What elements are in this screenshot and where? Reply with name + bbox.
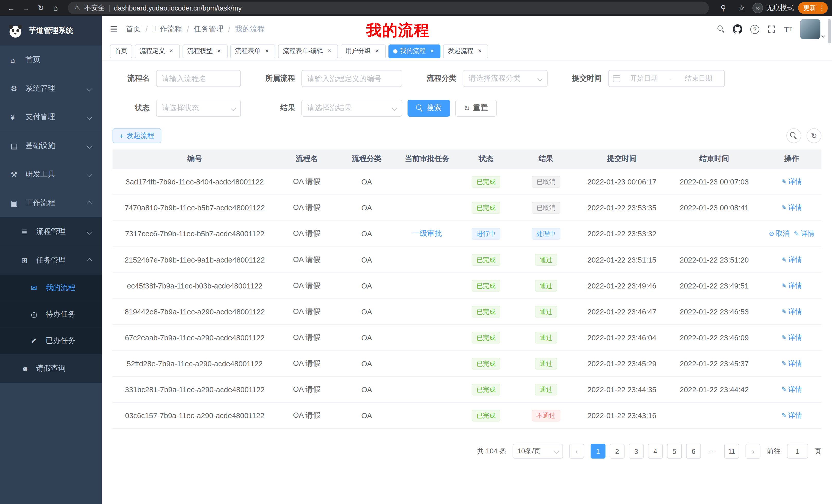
fullscreen-icon[interactable] [768, 25, 776, 33]
detail-action-link[interactable]: ✎详情 [781, 385, 802, 394]
help-icon[interactable]: ? [751, 25, 759, 34]
browser-home-icon[interactable]: ⌂ [49, 2, 63, 15]
hamburger-icon[interactable]: ☰ [102, 24, 126, 35]
process-def-input[interactable] [301, 70, 402, 87]
search-button[interactable]: 搜索 [408, 100, 450, 117]
pager-more-button[interactable]: ··· [705, 444, 720, 458]
page-button-3[interactable]: 3 [629, 444, 644, 458]
detail-action-link[interactable]: ✎详情 [781, 411, 802, 420]
process-name-input[interactable] [156, 70, 241, 87]
process-name-input-field[interactable] [162, 74, 235, 83]
sidebar-item-dev-tools[interactable]: ⚒研发工具 [0, 160, 102, 189]
sidebar-item-system-mgmt[interactable]: ⚙系统管理 [0, 74, 102, 103]
sidebar-item-infrastructure[interactable]: ▤基础设施 [0, 132, 102, 160]
goto-page-input[interactable] [787, 444, 808, 458]
breadcrumb-item-home[interactable]: 首页 [126, 24, 141, 34]
sidebar-item-process-mgmt[interactable]: ≣流程管理 [0, 217, 102, 246]
status-select[interactable]: 请选择状态 [156, 100, 241, 117]
sidebar-item-label: 系统管理 [25, 84, 87, 93]
close-icon[interactable]: × [373, 48, 381, 55]
cancel-action-link[interactable]: ⊘取消 [769, 229, 789, 239]
page-button-11[interactable]: 11 [724, 444, 739, 458]
user-avatar[interactable] [800, 19, 825, 39]
create-process-button[interactable]: + 发起流程 [113, 128, 161, 143]
tab-home[interactable]: 首页 [110, 44, 132, 58]
reload-icon[interactable]: ↻ [34, 2, 48, 15]
key-icon[interactable]: ⚲ [716, 2, 730, 15]
process-name: OA 请假 [293, 385, 320, 394]
kebab-menu-icon[interactable]: ⋮ [818, 4, 826, 12]
page-button-4[interactable]: 4 [648, 444, 663, 458]
star-icon[interactable]: ☆ [734, 2, 748, 15]
page-size-select[interactable]: 10条/页 [513, 444, 563, 458]
page-button-1[interactable]: 1 [591, 444, 605, 458]
detail-action-link[interactable]: ✎详情 [781, 255, 802, 264]
cell-name: OA 请假 [277, 247, 336, 273]
detail-action-link[interactable]: ✎详情 [781, 281, 802, 290]
page-button-2[interactable]: 2 [609, 444, 625, 458]
github-icon[interactable] [733, 24, 743, 34]
tab-process-model[interactable]: 流程模型× [183, 44, 228, 58]
tab-user-group[interactable]: 用户分组× [341, 44, 386, 58]
sidebar-item-workflow[interactable]: ▣工作流程 [0, 189, 102, 217]
submit-time-range-picker[interactable]: 开始日期 - 结束日期 [608, 70, 725, 87]
submit-time: 2022-01-22 23:45:29 [588, 359, 656, 368]
cell-id: 7470a810-7b9b-11ec-b5b7-acde48001122 [113, 195, 277, 220]
cell-submit-time: 2022-01-22 23:53:35 [577, 195, 667, 220]
cell-current-task [397, 195, 458, 220]
process-def-input-field[interactable] [307, 74, 396, 83]
detail-action-link[interactable]: ✎详情 [781, 359, 802, 368]
fontsize-icon[interactable]: TT [784, 25, 792, 34]
scrollbar-thumb[interactable] [828, 19, 831, 44]
sidebar-item-done-task[interactable]: ✔已办任务 [0, 328, 102, 354]
back-icon[interactable]: ← [4, 2, 18, 15]
detail-action-link[interactable]: ✎详情 [794, 229, 814, 239]
app-logo[interactable]: 芋道管理系统 [0, 16, 102, 46]
cell-status: 已完成 [458, 325, 515, 351]
refresh-table-button[interactable]: ↻ [807, 128, 822, 143]
close-icon[interactable]: × [476, 48, 483, 55]
tab-process-form[interactable]: 流程表单× [230, 44, 275, 58]
tab-process-definition[interactable]: 流程定义× [135, 44, 180, 58]
cell-submit-time: 2022-01-22 23:44:35 [577, 377, 667, 402]
update-button[interactable]: 更新 ⋮ [798, 2, 828, 13]
page-button-5[interactable]: 5 [667, 444, 682, 458]
tab-process-form-edit[interactable]: 流程表单-编辑× [278, 44, 338, 58]
prev-page-button[interactable]: ‹ [569, 444, 584, 458]
sidebar-item-my-process[interactable]: ✉我的流程 [0, 275, 102, 301]
security-label[interactable]: 不安全 [84, 3, 105, 12]
category-select[interactable]: 请选择流程分类 [463, 70, 548, 87]
tab-my-process[interactable]: 我的流程× [389, 44, 440, 58]
end-time: 2022-01-22 23:45:37 [680, 359, 749, 368]
sidebar-item-home[interactable]: ⌂首页 [0, 46, 102, 74]
close-icon[interactable]: × [326, 48, 333, 55]
detail-action-link[interactable]: ✎详情 [781, 203, 802, 213]
detail-action-link[interactable]: ✎详情 [781, 333, 802, 342]
close-icon[interactable]: × [263, 48, 271, 55]
toggle-search-button[interactable] [786, 128, 801, 143]
close-icon[interactable]: × [215, 48, 223, 55]
url-text[interactable]: dashboard.yudao.iocoder.cn/bpm/task/my [114, 4, 242, 12]
tab-start-process[interactable]: 发起流程× [443, 44, 488, 58]
breadcrumb-item-task-mgmt[interactable]: 任务管理 [193, 24, 224, 34]
result-select[interactable]: 请选择流结果 [301, 100, 402, 117]
address-bar[interactable]: ⚠ 不安全 dashboard.yudao.iocoder.cn/bpm/tas… [68, 2, 709, 15]
page-button-6[interactable]: 6 [686, 444, 701, 458]
detail-action-link[interactable]: ✎详情 [781, 177, 802, 187]
close-icon[interactable]: × [428, 48, 436, 55]
active-dot-icon [393, 49, 397, 53]
search-icon[interactable] [718, 25, 725, 33]
breadcrumb-item-workflow[interactable]: 工作流程 [153, 24, 182, 34]
sidebar-item-leave-query[interactable]: ☻请假查询 [0, 354, 102, 383]
sidebar-item-label: 首页 [25, 55, 102, 65]
reset-button[interactable]: ↻ 重置 [455, 100, 496, 117]
forward-icon[interactable]: → [19, 2, 33, 15]
sidebar-item-todo-task[interactable]: ◎待办任务 [0, 301, 102, 328]
current-task-link[interactable]: 一级审批 [412, 229, 442, 239]
next-page-button[interactable]: › [746, 444, 760, 458]
sidebar-item-payment-mgmt[interactable]: ¥支付管理 [0, 103, 102, 131]
detail-action-link[interactable]: ✎详情 [781, 307, 802, 316]
close-icon[interactable]: × [167, 48, 175, 55]
result-placeholder: 请选择流结果 [307, 103, 390, 113]
sidebar-item-task-mgmt[interactable]: ⊞任务管理 [0, 246, 102, 275]
